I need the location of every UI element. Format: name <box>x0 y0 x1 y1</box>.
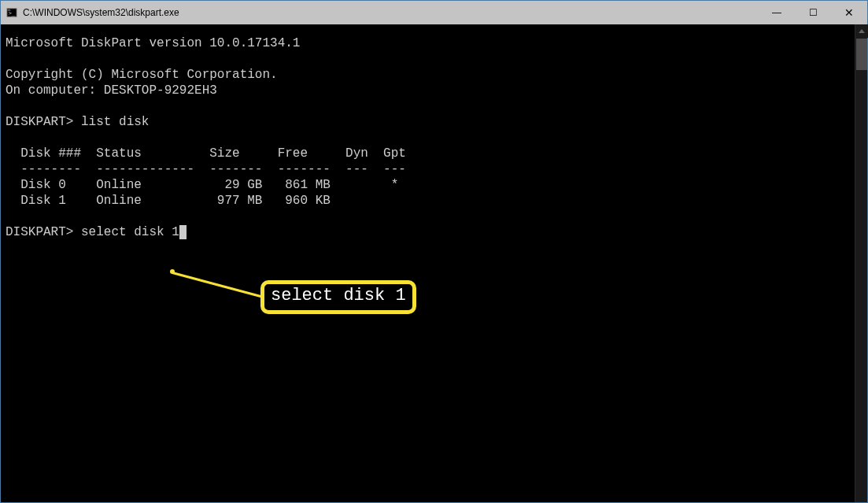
prompt-2: DISKPART> select disk 1 <box>6 225 187 239</box>
scrollbar-thumb[interactable] <box>856 39 867 70</box>
content-outer: Microsoft DiskPart version 10.0.17134.1 … <box>1 24 867 502</box>
window-frame: >_ C:\WINDOWS\system32\diskpart.exe — ☐ … <box>0 0 868 503</box>
output-version-line: Microsoft DiskPart version 10.0.17134.1 <box>6 36 300 50</box>
disk-table-rule: -------- ------------- ------- ------- -… <box>6 162 406 176</box>
disk-table-row: Disk 1 Online 977 MB 960 KB <box>6 194 331 208</box>
output-copyright-line: Copyright (C) Microsoft Corporation. <box>6 68 278 82</box>
prompt-prefix: DISKPART> <box>6 115 81 129</box>
prompt-prefix: DISKPART> <box>6 225 81 239</box>
titlebar[interactable]: >_ C:\WINDOWS\system32\diskpart.exe — ☐ … <box>1 1 867 24</box>
scrollbar-vertical[interactable] <box>855 24 867 502</box>
annotation-anchor-dot <box>170 269 175 274</box>
scrollbar-up-arrow[interactable] <box>855 24 868 38</box>
terminal-area[interactable]: Microsoft DiskPart version 10.0.17134.1 … <box>1 24 855 502</box>
disk-table-header: Disk ### Status Size Free Dyn Gpt <box>6 146 406 161</box>
annotation-leader-line <box>172 272 264 298</box>
annotation-callout-box: select disk 1 <box>260 280 416 314</box>
svg-text:>_: >_ <box>9 10 16 17</box>
command-select-disk: select disk 1 <box>81 225 179 239</box>
command-list-disk: list disk <box>81 115 149 129</box>
text-cursor <box>179 225 187 239</box>
window-controls: — ☐ ✕ <box>759 1 867 24</box>
app-icon: >_ <box>6 6 18 19</box>
close-button[interactable]: ✕ <box>831 1 867 24</box>
disk-table-row: Disk 0 Online 29 GB 861 MB * <box>6 178 398 192</box>
minimize-button[interactable]: — <box>759 1 795 24</box>
annotation-callout-text: select disk 1 <box>271 286 406 305</box>
output-computer-line: On computer: DESKTOP-9292EH3 <box>6 83 217 98</box>
prompt-1: DISKPART> list disk <box>6 115 149 129</box>
maximize-button[interactable]: ☐ <box>795 1 831 24</box>
window-title: C:\WINDOWS\system32\diskpart.exe <box>23 7 179 18</box>
terminal-output: Microsoft DiskPart version 10.0.17134.1 … <box>1 24 855 240</box>
